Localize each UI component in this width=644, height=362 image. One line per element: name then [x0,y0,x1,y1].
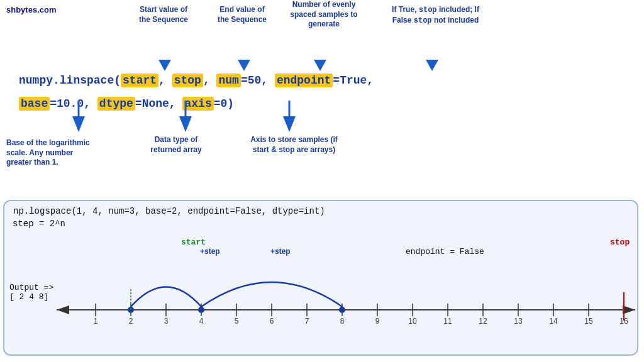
svg-point-43 [339,307,345,313]
arrow-end [238,60,250,71]
ann-end-label: End value of the Sequence [214,5,270,25]
ann-axis-label: Axis to store samples (if start & stop a… [248,135,340,155]
number-line-svg: 1 2 3 4 5 6 7 8 9 10 11 12 13 14 15 16 [0,229,644,361]
code-comma1: , [158,74,172,87]
arrow-num [314,60,326,71]
svg-text:4: 4 [199,317,204,326]
svg-text:12: 12 [479,317,487,326]
ann-start-label: Start value of the Sequence [135,5,192,25]
arrow-start [158,60,171,71]
ann-endpoint-label: If True, stop included; If False stop no… [390,5,481,26]
main-container: shbytes.com Start value of the Sequence … [0,0,644,362]
arrow-endpoint [426,60,438,71]
svg-text:10: 10 [408,317,417,326]
param-endpoint: endpoint [275,74,333,87]
svg-text:2: 2 [129,317,133,326]
step-label: step = 2^n [13,219,65,229]
svg-text:13: 13 [514,317,523,326]
code-eq1: =50, [241,74,275,87]
code-prefix: numpy.linspace( [19,74,121,87]
param-stop: stop [172,74,203,87]
example-code: np.logspace(1, 4, num=3, base=2, endpoin… [13,206,628,216]
ann-num-label: Number of evenly spaced samples to gener… [289,0,358,30]
svg-text:7: 7 [305,317,309,326]
svg-text:15: 15 [584,317,593,326]
svg-text:1: 1 [94,317,98,326]
code-comma2: , [203,74,217,87]
annotation-area-top: Start value of the Sequence End value of… [0,0,644,195]
param-start: start [121,74,158,87]
svg-text:8: 8 [340,317,345,326]
svg-marker-4 [283,116,296,132]
code-eq2: =True, [333,74,374,87]
svg-text:11: 11 [443,317,452,326]
svg-point-42 [198,307,204,313]
ann-dtype-label: Data type of returned array [142,135,211,155]
ann-base-label: Base of the logarithmic scale. Any numbe… [6,138,94,168]
svg-text:14: 14 [549,317,558,326]
param-num: num [216,74,240,87]
svg-marker-0 [72,116,85,132]
code-line-1: numpy.linspace(start, stop, num=50, endp… [19,74,374,87]
svg-text:9: 9 [375,317,380,326]
svg-text:6: 6 [270,317,274,326]
svg-text:3: 3 [164,317,169,326]
svg-text:5: 5 [235,317,239,326]
svg-marker-2 [179,116,192,132]
